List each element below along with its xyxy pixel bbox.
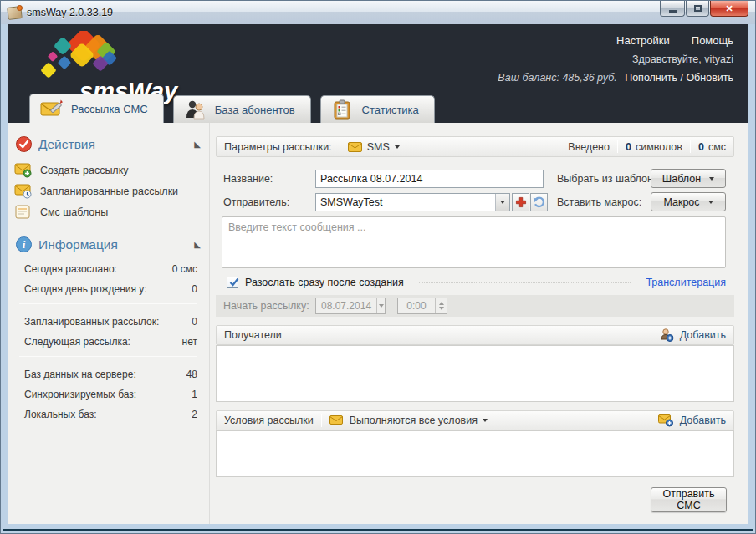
actions-check-icon bbox=[16, 136, 32, 152]
divider bbox=[617, 140, 618, 153]
window-title: smsWay 2.0.33.19 bbox=[27, 7, 113, 18]
name-label: Название: bbox=[223, 170, 273, 188]
sidebar-item-label: Создать рассылку bbox=[40, 165, 129, 176]
chars-label: символов bbox=[636, 141, 682, 153]
sms-envelope-icon bbox=[348, 142, 362, 152]
sender-value: SMSWayTest bbox=[316, 196, 495, 208]
divider bbox=[419, 282, 631, 283]
tab-label: Статистика bbox=[362, 104, 419, 116]
conditions-mode-selector[interactable]: Выполняются все условия bbox=[350, 414, 478, 426]
svg-text:i: i bbox=[23, 238, 26, 251]
tab-bar: Рассылка СМС База абонентов bbox=[29, 94, 435, 123]
start-time-spinner[interactable]: 0:00 bbox=[397, 298, 447, 314]
envelope-pencil-icon bbox=[40, 99, 64, 119]
time-spinner-buttons[interactable] bbox=[435, 298, 447, 313]
plus-icon bbox=[515, 196, 527, 208]
tab-statistics[interactable]: Статистика bbox=[320, 95, 435, 123]
start-campaign-label: Начать рассылку: bbox=[223, 300, 315, 312]
macro-label: Вставить макрос: bbox=[557, 193, 641, 211]
sidebar-item-scheduled-campaigns[interactable]: Запланированные рассылки bbox=[14, 184, 178, 199]
sender-combobox[interactable]: SMSWayTest bbox=[315, 193, 510, 211]
divider bbox=[340, 140, 340, 153]
chevron-down-icon bbox=[483, 419, 488, 422]
send-sms-button[interactable]: Отправить СМС bbox=[651, 487, 727, 512]
help-link[interactable]: Помощь bbox=[692, 34, 733, 47]
header-nav: НастройкиПомощь Здравствуйте, vityazi Ва… bbox=[498, 34, 733, 84]
macro-button[interactable]: Макрос bbox=[651, 192, 726, 211]
people-icon bbox=[184, 99, 207, 120]
stat-scheduled-campaigns: Запланированных рассылок:0 bbox=[8, 316, 209, 328]
info-title: Информация bbox=[38, 237, 187, 252]
divider bbox=[19, 303, 197, 304]
logo-diamonds-icon bbox=[31, 31, 156, 81]
topup-refresh-link[interactable]: Пополнить / Обновить bbox=[625, 72, 733, 84]
sidebar-item-sms-templates[interactable]: Смс шаблоны bbox=[14, 205, 108, 220]
close-button[interactable]: ✕ bbox=[710, 1, 748, 17]
collapse-actions-icon[interactable]: ◣ bbox=[194, 140, 201, 149]
chevron-down-icon bbox=[708, 201, 713, 204]
template-label: Выбрать из шаблона: bbox=[557, 170, 662, 188]
add-recipient-button[interactable]: Добавить bbox=[660, 328, 726, 342]
stat-sent-today: Сегодня разослано:0 смс bbox=[8, 263, 209, 275]
tab-sms-campaign[interactable]: Рассылка СМС bbox=[29, 94, 164, 123]
campaign-name-input[interactable] bbox=[315, 170, 544, 188]
maximize-button[interactable] bbox=[686, 1, 709, 17]
conditions-envelope-icon bbox=[329, 415, 345, 426]
titlebar: smsWay 2.0.33.19 ✕ bbox=[1, 1, 755, 24]
sidebar-item-label: Запланированные рассылки bbox=[40, 186, 178, 197]
transliteration-link[interactable]: Транслитерация bbox=[646, 277, 726, 288]
actions-title: Действия bbox=[38, 137, 187, 152]
settings-link[interactable]: Настройки bbox=[616, 34, 670, 47]
balance-text: Ваш баланс: 485,36 руб. bbox=[498, 72, 616, 84]
stat-next-campaign: Следующая рассылка:нет bbox=[8, 336, 209, 348]
entered-label: Введено bbox=[568, 141, 610, 153]
message-type-selector[interactable]: SMS bbox=[367, 141, 390, 153]
start-time-value: 0:00 bbox=[398, 300, 435, 312]
divider bbox=[19, 356, 197, 357]
add-sender-button[interactable] bbox=[512, 193, 529, 211]
app-window: smsWay 2.0.33.19 ✕ bbox=[0, 0, 756, 534]
app-window-icon bbox=[8, 7, 22, 19]
undo-icon bbox=[533, 196, 545, 208]
send-immediately-label: Разослать сразу после создания bbox=[245, 277, 404, 288]
tab-subscriber-base[interactable]: База абонентов bbox=[173, 95, 311, 123]
envelope-plus-icon bbox=[658, 414, 674, 427]
app-content: smsWay НастройкиПомощь Здравствуйте, vit… bbox=[8, 24, 748, 524]
template-note-icon bbox=[14, 205, 33, 220]
send-immediately-checkbox[interactable] bbox=[227, 277, 238, 288]
envelope-clock-icon bbox=[14, 184, 33, 199]
template-button[interactable]: Шаблон bbox=[651, 169, 726, 188]
info-stats: Сегодня разослано:0 смс Сегодня день рож… bbox=[8, 263, 209, 429]
checkmark-icon bbox=[228, 277, 240, 288]
sms-count: 0 bbox=[698, 141, 704, 153]
chevron-down-icon bbox=[395, 145, 400, 149]
start-date-picker[interactable]: 08.07.2014 bbox=[315, 298, 386, 314]
collapse-info-icon[interactable]: ◣ bbox=[194, 240, 201, 249]
conditions-list bbox=[216, 430, 734, 477]
recipients-list bbox=[216, 345, 734, 402]
sender-dropdown-button[interactable] bbox=[495, 194, 509, 211]
person-plus-icon bbox=[660, 328, 674, 342]
conditions-bar: Условия рассылки Выполняются все условия bbox=[216, 410, 734, 430]
date-dropdown-button[interactable] bbox=[376, 298, 385, 313]
campaign-params-bar: Параметры рассылки: SMS Введено 0 символ… bbox=[216, 136, 734, 157]
add-condition-button[interactable]: Добавить bbox=[658, 414, 726, 427]
envelope-plus-icon bbox=[14, 163, 33, 178]
divider bbox=[690, 140, 691, 153]
undo-sender-button[interactable] bbox=[530, 193, 548, 211]
sidebar-item-label: Смс шаблоны bbox=[40, 206, 108, 218]
chars-count: 0 bbox=[626, 141, 631, 153]
tab-label: Рассылка СМС bbox=[71, 103, 148, 115]
minimize-button[interactable] bbox=[660, 1, 685, 17]
divider bbox=[321, 414, 322, 427]
sidebar-item-create-campaign[interactable]: Создать рассылку bbox=[14, 163, 129, 178]
sender-label: Отправитель: bbox=[223, 193, 289, 211]
tab-label: База абонентов bbox=[215, 104, 295, 116]
conditions-title: Условия рассылки bbox=[224, 414, 314, 426]
message-text-input[interactable] bbox=[222, 216, 726, 268]
info-icon: i bbox=[16, 236, 32, 252]
recipients-bar: Получатели Добавить bbox=[216, 325, 734, 345]
sidebar: Действия ◣ Создать рассылку bbox=[8, 123, 209, 524]
recipients-title: Получатели bbox=[224, 329, 282, 341]
chevron-down-icon bbox=[709, 177, 714, 181]
